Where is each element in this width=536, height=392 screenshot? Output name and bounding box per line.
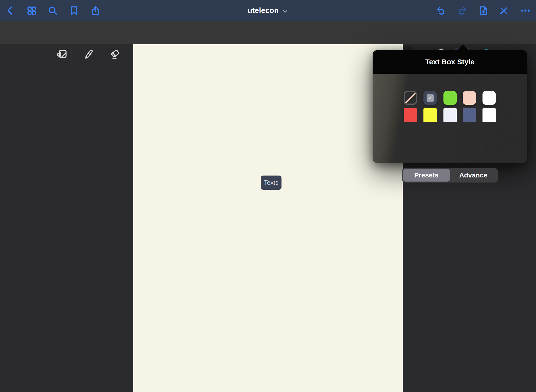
style-swatch-white2[interactable] [482,108,496,122]
style-swatch-white[interactable] [482,91,496,105]
more-icon[interactable] [520,5,531,16]
selected-check-icon: ✓ [427,94,434,102]
chevron-down-icon [282,7,288,14]
add-page-icon[interactable] [478,5,489,16]
top-navigation-bar: utelecon [0,0,536,21]
style-swatch-green[interactable] [443,91,457,105]
presets-advance-segmented-control: Presets Advance [402,168,498,183]
text-box-content: Texts [264,179,279,186]
undo-icon[interactable] [436,5,446,16]
pen-tool-icon[interactable] [83,48,94,60]
popover-body: ✓ Presets Advance [373,74,527,163]
document-title-button[interactable]: utelecon [248,0,288,21]
presets-label: Presets [414,171,439,179]
advance-label: Advance [459,171,487,179]
canvas-text-box[interactable]: Texts [261,176,281,190]
redo-icon[interactable] [457,5,468,16]
tools-toolbar: HiraginoSans-... 16 [0,21,536,44]
edit-mode-icon[interactable] [56,48,68,60]
share-icon[interactable] [90,5,101,16]
text-box-style-popover: Text Box Style ✓ Presets [373,50,527,163]
pen-off-icon[interactable] [499,5,509,16]
back-icon[interactable] [5,5,16,16]
popover-arrow [457,45,468,50]
style-swatch-yellow[interactable] [423,108,437,122]
document-title: utelecon [248,6,279,15]
style-swatch-red[interactable] [404,108,417,122]
style-swatch-none[interactable] [404,91,417,105]
tab-presets[interactable]: Presets [403,169,450,182]
tab-advance[interactable]: Advance [450,169,497,182]
bookmark-icon[interactable] [69,5,79,16]
page-thumbnails-icon[interactable] [26,5,37,16]
eraser-tool-icon[interactable] [109,48,121,60]
app-screen: utelecon [0,0,536,392]
no-fill-slash-icon [405,92,416,104]
toolbar-divider [72,47,72,61]
popover-header: Text Box Style [373,50,527,74]
style-swatch-slate[interactable] [463,108,476,122]
document-page[interactable] [133,44,403,392]
search-icon[interactable] [47,5,58,16]
style-swatch-peach[interactable] [463,91,476,105]
style-swatch-navy-selected[interactable]: ✓ [423,91,437,105]
style-swatch-lavender[interactable] [443,108,457,122]
popover-title: Text Box Style [425,58,475,66]
